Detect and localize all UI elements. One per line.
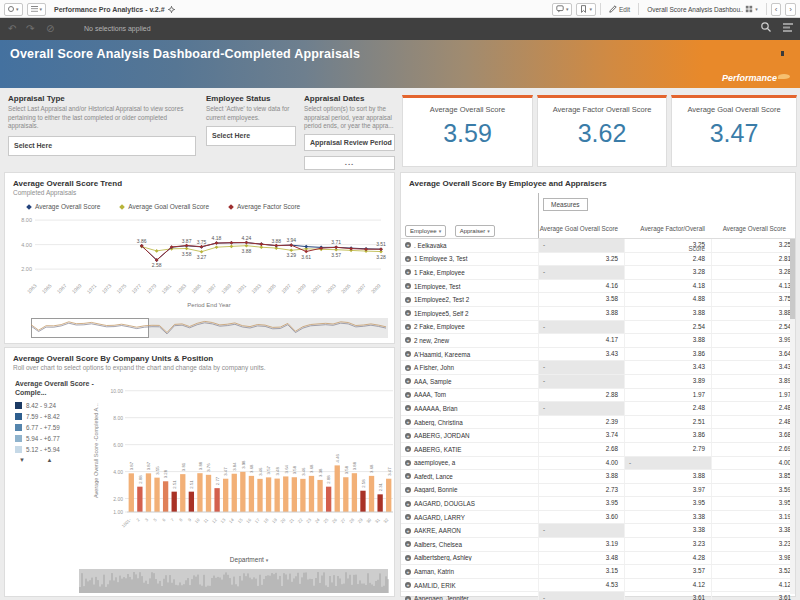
legend-item[interactable]: 8.42 - 9.24 — [15, 402, 99, 409]
table-row[interactable]: +AAKRE, AARON-3.383.38 — [401, 524, 790, 538]
bar[interactable] — [214, 488, 219, 512]
bar[interactable] — [197, 473, 202, 512]
bar[interactable] — [137, 487, 142, 512]
bar[interactable] — [335, 465, 340, 512]
expand-plus-icon[interactable]: + — [405, 487, 411, 493]
table-row[interactable]: +aaemployee, a4.00-4.00 — [401, 457, 790, 471]
expand-plus-icon[interactable]: + — [405, 501, 411, 507]
expand-plus-icon[interactable]: + — [405, 283, 411, 289]
more-options-button[interactable]: ... — [304, 156, 395, 170]
previous-sheet-button[interactable]: ‹ — [771, 3, 782, 16]
employee-dimension-button[interactable]: Employee ▾ — [405, 225, 446, 237]
table-row[interactable]: +2 new, 2new4.173.883.99 — [401, 334, 790, 348]
column-header-overall[interactable]: Average Overall Score — [711, 219, 792, 239]
expand-plus-icon[interactable]: + — [405, 569, 411, 575]
bar[interactable] — [377, 494, 382, 512]
bookmarks-button[interactable]: ▾ — [576, 3, 596, 16]
edit-button[interactable]: Edit — [605, 3, 634, 16]
bar[interactable] — [369, 476, 374, 512]
legend-scroll-arrows[interactable]: ▼ ▲ — [19, 457, 99, 463]
expand-plus-icon[interactable]: + — [405, 337, 411, 343]
bar[interactable] — [343, 477, 348, 512]
bar[interactable] — [223, 479, 228, 512]
appraisal-dates-listbox[interactable]: Appraisal Review Period — [304, 134, 395, 151]
kpi-card-1[interactable]: Average Overall Score3.59 — [402, 95, 533, 167]
kpi-card-2[interactable]: Average Factor Overall Score3.62 — [537, 95, 667, 167]
step-forward-icon[interactable]: ↷ — [26, 22, 34, 36]
bar[interactable] — [266, 477, 271, 512]
bar[interactable] — [129, 473, 134, 512]
employee-status-listbox[interactable]: Select Here — [206, 126, 296, 146]
table-row[interactable]: +AABERG, JORDAN3.743.863.68 — [401, 429, 790, 443]
expand-plus-icon[interactable]: + — [405, 405, 411, 411]
appraisal-type-listbox[interactable]: Select Here — [8, 136, 196, 156]
table-row[interactable]: +Aalbertsberg, Ashley3.484.283.98 — [401, 552, 790, 566]
navigation-menu-button[interactable]: ▾ — [27, 3, 47, 16]
table-row[interactable]: +A Fisher, John-3.433.43 — [401, 361, 790, 375]
search-icon[interactable] — [760, 21, 772, 33]
table-row[interactable]: +AAMLID, ERIK4.534.124.12 — [401, 579, 790, 593]
expand-plus-icon[interactable]: + — [405, 514, 411, 520]
app-options-button[interactable]: ▾ — [4, 3, 23, 16]
bar-chart-scrollbar[interactable] — [79, 569, 388, 593]
table-row[interactable]: +AAGARD, DOUGLAS3.953.953.95 — [401, 497, 790, 511]
gear-icon[interactable] — [168, 6, 175, 13]
bar[interactable] — [154, 478, 159, 512]
table-row[interactable]: +1Employee, Test4.164.184.13 — [401, 280, 790, 294]
table-scrollbar[interactable] — [790, 239, 795, 594]
line-chart-minimap[interactable] — [31, 318, 388, 338]
bar[interactable] — [360, 491, 365, 512]
bar[interactable] — [317, 480, 322, 512]
kpi-card-3[interactable]: Average Goal Overall Score3.47 — [671, 95, 797, 167]
table-row[interactable]: +1 Employee 3, Test3.252.482.81 — [401, 253, 790, 267]
legend-item[interactable]: Average Overall Score — [27, 203, 100, 210]
legend-item[interactable]: 7.59 - +8.42 — [15, 413, 99, 420]
expand-plus-icon[interactable]: + — [405, 555, 411, 561]
column-header-goal[interactable]: Average Goal Overall Score — [538, 219, 624, 239]
bar[interactable] — [146, 473, 151, 512]
measures-button[interactable]: Measures — [543, 198, 588, 211]
bar[interactable] — [180, 474, 185, 512]
table-row[interactable]: +AAAAAA, Brian-2.482.48 — [401, 402, 790, 416]
table-row[interactable]: +AAA, Sample-3.893.89 — [401, 375, 790, 389]
expand-plus-icon[interactable]: + — [405, 446, 411, 452]
storytelling-button[interactable]: ▾ — [552, 3, 573, 16]
bar[interactable] — [309, 476, 314, 512]
expand-plus-icon[interactable]: + — [405, 596, 411, 600]
legend-item[interactable]: 5.12 - +5.94 — [15, 446, 99, 453]
table-scrollbar-thumb[interactable] — [790, 239, 795, 319]
table-row[interactable]: +Aaman, Katrin3.153.573.52 — [401, 565, 790, 579]
bar[interactable] — [292, 477, 297, 512]
expand-plus-icon[interactable]: + — [405, 528, 411, 534]
expand-plus-icon[interactable]: + — [405, 297, 411, 303]
bar[interactable] — [163, 481, 168, 512]
bar[interactable] — [275, 479, 280, 512]
table-row[interactable]: +AAAA, Tom2.881.971.97 — [401, 389, 790, 403]
bar[interactable] — [300, 479, 305, 512]
expand-plus-icon[interactable]: + — [405, 541, 411, 547]
table-row[interactable]: +Aafedt, Lance3.883.883.85 — [401, 470, 790, 484]
bar[interactable] — [240, 472, 245, 512]
table-row[interactable]: +A'Haamid, Kareema3.433.863.64 — [401, 348, 790, 362]
expand-plus-icon[interactable]: + — [405, 324, 411, 330]
next-sheet-button[interactable]: › — [785, 3, 796, 16]
expand-plus-icon[interactable]: + — [405, 269, 411, 275]
expand-plus-icon[interactable]: + — [405, 419, 411, 425]
selections-tool-icon[interactable] — [782, 21, 794, 33]
clear-selections-icon[interactable]: ⊘ — [46, 22, 54, 36]
expand-plus-icon[interactable]: + — [405, 242, 411, 248]
table-row[interactable]: +Aaberg, Christina2.392.512.48 — [401, 416, 790, 430]
legend-item[interactable]: Average Factor Score — [229, 203, 300, 210]
column-header-factor[interactable]: Average Factor/Overall Score — [624, 219, 711, 239]
bar-chart-plot[interactable]: 10.008.006.004.002.001.003.871001-2.8823… — [103, 378, 397, 558]
sheet-selector-button[interactable]: Overall Score Analysis Dashbou... ▾ — [643, 3, 762, 16]
table-row[interactable]: +Aanenaen, Jennifer-3.613.61 — [401, 592, 790, 600]
expand-plus-icon[interactable]: + — [405, 351, 411, 357]
expand-plus-icon[interactable]: + — [405, 433, 411, 439]
line-chart-plot[interactable]: 8.004.002.001963196519671969197119731975… — [13, 210, 386, 314]
bar[interactable] — [189, 492, 194, 512]
legend-item[interactable]: 6.77 - +7.59 — [15, 424, 99, 431]
bar[interactable] — [172, 492, 177, 512]
bar[interactable] — [386, 479, 391, 512]
expand-plus-icon[interactable]: + — [405, 582, 411, 588]
